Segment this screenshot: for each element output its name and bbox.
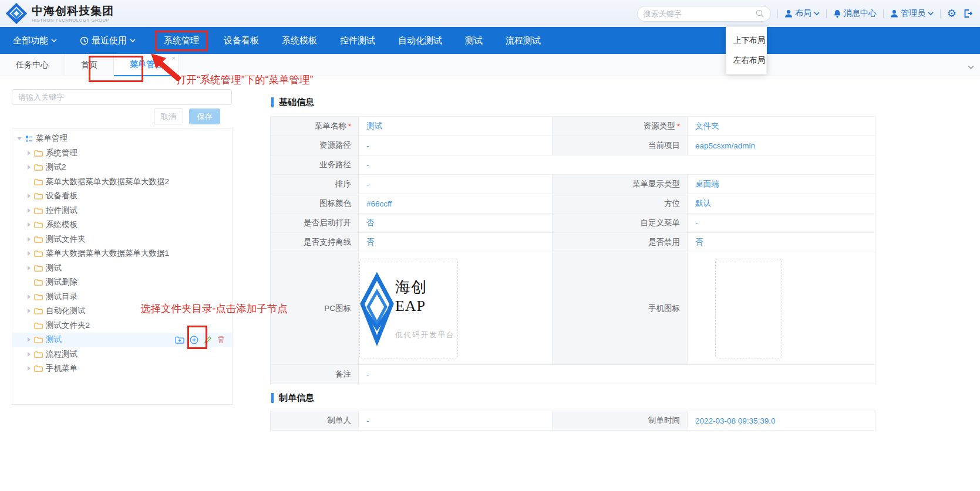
caret-collapsed-icon[interactable] — [28, 237, 31, 242]
layout-menu[interactable]: 布局 — [784, 8, 820, 19]
section-title: 基础信息 — [279, 97, 314, 108]
eap-logo-title: 海创EAP — [395, 277, 457, 315]
field-label: 备注 — [271, 365, 359, 384]
logout-icon[interactable] — [963, 9, 973, 18]
tree-item-label: 菜单大数据菜单大数据菜单大数据2 — [46, 177, 169, 187]
gear-icon[interactable]: ⚙ — [947, 8, 957, 19]
tree-item[interactable]: 测试2 — [12, 160, 232, 175]
nav-item-test[interactable]: 测试 — [462, 33, 486, 49]
tree-item-label: 测试2 — [46, 162, 66, 172]
tab-list-chevron-icon[interactable] — [968, 61, 974, 72]
tree-item-label: 设备看板 — [46, 191, 78, 201]
tab-task-center[interactable]: 任务中心 — [0, 54, 65, 76]
caret-collapsed-icon[interactable] — [28, 251, 31, 256]
nav-label: 设备看板 — [224, 35, 259, 46]
tree-item-label: 自动化测试 — [46, 306, 86, 316]
caret-collapsed-icon[interactable] — [28, 352, 31, 357]
caret-collapsed-icon[interactable] — [28, 337, 31, 342]
tree-root[interactable]: 菜单管理 — [12, 131, 232, 146]
section-accent-bar — [271, 97, 274, 107]
cancel-button[interactable]: 取消 — [154, 109, 183, 124]
brand-subtitle: HISTRON TECHNOLOGY GROUP — [32, 18, 114, 23]
caret-collapsed-icon[interactable] — [28, 208, 31, 213]
tree-item[interactable]: 控件测试 — [12, 204, 232, 218]
field-value: - — [359, 411, 553, 430]
caret-collapsed-icon[interactable] — [28, 294, 31, 299]
tree-item[interactable]: 流程测试 — [12, 347, 232, 362]
field-value: 否 — [359, 214, 553, 232]
user-menu[interactable]: 管理员 — [890, 8, 934, 19]
nav-item-automation-test[interactable]: 自动化测试 — [395, 33, 446, 49]
tree-item[interactable]: 手机菜单 — [12, 361, 232, 376]
global-search[interactable] — [637, 6, 771, 22]
nav-item-system-management[interactable]: 系统管理 — [155, 31, 208, 51]
folder-icon — [34, 236, 43, 243]
tab-bar: 任务中心 首页 菜单管理 × — [0, 54, 980, 76]
dropdown-item-left-right[interactable]: 左右布局 — [726, 50, 766, 70]
tree-item[interactable]: 设备看板 — [12, 189, 232, 204]
nav-label: 流程测试 — [506, 35, 541, 46]
tree-item[interactable]: 系统管理 — [12, 146, 232, 161]
annotation-tab-note: 打开“系统管理”下的“菜单管理” — [176, 73, 313, 87]
tree-item-label: 菜单大数据菜单大数据菜单大数据1 — [46, 248, 169, 259]
annotation-tree-note: 选择文件夹目录-点击添加子节点 — [140, 302, 288, 316]
nav-item-widget-test[interactable]: 控件测试 — [336, 33, 379, 49]
tree-item[interactable]: 测试删除 — [12, 275, 232, 290]
add-folder-icon[interactable] — [175, 336, 184, 344]
field-label: 方位 — [553, 194, 688, 213]
pc-icon-cell: 海创EAP 低代码开发平台 — [359, 252, 553, 364]
nav-item-process-test[interactable]: 流程测试 — [502, 33, 544, 49]
section-order-info: 制单信息 — [271, 392, 314, 404]
trash-icon[interactable] — [217, 336, 225, 344]
dropdown-item-top-bottom[interactable]: 上下布局 — [726, 31, 766, 50]
tree-item[interactable]: 菜单大数据菜单大数据菜单大数据2 — [12, 175, 232, 189]
tree-item-label: 控件测试 — [46, 205, 78, 216]
save-button[interactable]: 保存 — [189, 109, 220, 124]
tree-item[interactable]: 测试 — [12, 261, 232, 276]
tree-item[interactable]: 菜单大数据菜单大数据菜单大数据1 — [12, 246, 232, 261]
user-icon — [784, 9, 793, 18]
field-label: 自定义菜单 — [553, 214, 688, 232]
caret-collapsed-icon[interactable] — [28, 165, 31, 170]
section-accent-bar — [271, 393, 274, 403]
caret-expanded-icon[interactable] — [17, 137, 22, 140]
folder-icon — [34, 336, 43, 343]
nav-item-recent[interactable]: 最近使用 — [76, 33, 139, 49]
folder-icon — [34, 164, 43, 171]
field-value: eap5csxm/admin — [688, 136, 875, 155]
pc-icon-upload-box[interactable]: 海创EAP 低代码开发平台 — [359, 259, 458, 358]
basic-info-table: 菜单名称* 测试 资源类型* 文件夹 资源路径 - 当前项目 eap5csxm/… — [270, 116, 875, 384]
field-label: 排序 — [271, 175, 359, 194]
menu-tree: 菜单管理 系统管理 测试2 菜单大数据菜单大数据菜单大数据2 设备看板 控件测试… — [12, 128, 233, 405]
user-icon — [890, 9, 898, 18]
field-label: 业务路径 — [271, 155, 359, 174]
nav-item-device-board[interactable]: 设备看板 — [220, 33, 262, 49]
caret-collapsed-icon[interactable] — [28, 366, 31, 371]
caret-collapsed-icon[interactable] — [28, 194, 31, 198]
tree-item[interactable]: 系统模板 — [12, 218, 232, 232]
field-label: 制单时间 — [553, 411, 688, 430]
chevron-down-icon — [814, 12, 820, 15]
user-menu-label: 管理员 — [901, 8, 925, 19]
nav-item-all-functions[interactable]: 全部功能 — [9, 33, 60, 49]
message-center-menu[interactable]: 消息中心 — [833, 8, 877, 19]
folder-icon — [34, 250, 43, 257]
global-search-input[interactable] — [644, 9, 755, 18]
mobile-icon-upload-box[interactable] — [715, 259, 782, 358]
nav-item-system-template[interactable]: 系统模板 — [278, 33, 321, 49]
tree-search-input[interactable] — [12, 89, 232, 105]
mobile-icon-cell — [688, 252, 875, 364]
folder-icon — [34, 322, 43, 329]
caret-collapsed-icon[interactable] — [28, 151, 31, 155]
caret-collapsed-icon[interactable] — [28, 266, 31, 270]
field-label: 当前项目 — [553, 136, 688, 155]
folder-icon — [34, 178, 43, 185]
tree-item-label: 测试文件夹 — [46, 234, 86, 245]
caret-collapsed-icon[interactable] — [28, 222, 31, 227]
tree-item[interactable]: 测试文件夹 — [12, 232, 232, 247]
caret-collapsed-icon[interactable] — [28, 309, 31, 313]
order-info-table: 制单人 - 制单时间 2022-03-08 09:35:39.0 — [270, 411, 875, 431]
nav-label: 测试 — [465, 35, 483, 46]
search-icon[interactable] — [755, 9, 765, 18]
folder-icon — [34, 365, 43, 372]
